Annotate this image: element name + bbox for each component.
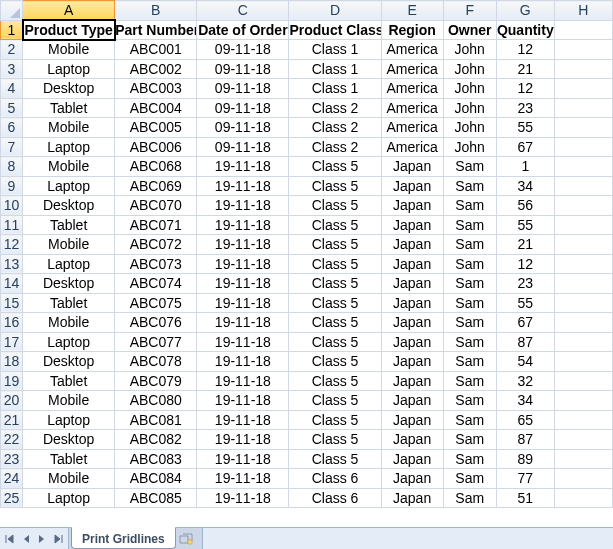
row-header-5[interactable]: 5 [1,98,23,118]
cell-B2[interactable]: ABC001 [115,40,197,60]
cell-D25[interactable]: Class 6 [289,488,381,508]
cell-A2[interactable]: Mobile [23,40,115,60]
cell-E8[interactable]: Japan [381,157,443,177]
cell-G19[interactable]: 32 [496,371,554,391]
cell-B8[interactable]: ABC068 [115,157,197,177]
cell-F7[interactable]: John [443,137,496,157]
cell-B14[interactable]: ABC074 [115,274,197,294]
cell-E3[interactable]: America [381,59,443,79]
cell-B21[interactable]: ABC081 [115,410,197,430]
cell-C13[interactable]: 19-11-18 [197,254,289,274]
cell-F11[interactable]: Sam [443,215,496,235]
cell-C4[interactable]: 09-11-18 [197,79,289,99]
cell-C21[interactable]: 19-11-18 [197,410,289,430]
cell-H10[interactable] [554,196,612,216]
cell-F21[interactable]: Sam [443,410,496,430]
row-header-19[interactable]: 19 [1,371,23,391]
cell-E19[interactable]: Japan [381,371,443,391]
cell-E12[interactable]: Japan [381,235,443,255]
cell-B12[interactable]: ABC072 [115,235,197,255]
tab-nav-next[interactable] [35,532,49,546]
cell-B1[interactable]: Part Number [115,20,197,40]
cell-H14[interactable] [554,274,612,294]
cell-G11[interactable]: 55 [496,215,554,235]
cell-H16[interactable] [554,313,612,333]
cell-A10[interactable]: Desktop [23,196,115,216]
cell-D22[interactable]: Class 5 [289,430,381,450]
cell-E15[interactable]: Japan [381,293,443,313]
cell-C14[interactable]: 19-11-18 [197,274,289,294]
cell-E2[interactable]: America [381,40,443,60]
cell-F2[interactable]: John [443,40,496,60]
cell-H23[interactable] [554,449,612,469]
cell-E5[interactable]: America [381,98,443,118]
cell-A13[interactable]: Laptop [23,254,115,274]
cell-D8[interactable]: Class 5 [289,157,381,177]
cell-A22[interactable]: Desktop [23,430,115,450]
cell-D3[interactable]: Class 1 [289,59,381,79]
cell-D10[interactable]: Class 5 [289,196,381,216]
cell-A23[interactable]: Tablet [23,449,115,469]
cell-F1[interactable]: Owner [443,20,496,40]
cell-F3[interactable]: John [443,59,496,79]
cell-D1[interactable]: Product Class [289,20,381,40]
cell-G9[interactable]: 34 [496,176,554,196]
cell-E7[interactable]: America [381,137,443,157]
cell-H4[interactable] [554,79,612,99]
cell-F8[interactable]: Sam [443,157,496,177]
cell-C11[interactable]: 19-11-18 [197,215,289,235]
cell-D7[interactable]: Class 2 [289,137,381,157]
row-header-10[interactable]: 10 [1,196,23,216]
cell-D14[interactable]: Class 5 [289,274,381,294]
cell-A12[interactable]: Mobile [23,235,115,255]
column-header-C[interactable]: C [197,1,289,21]
column-header-F[interactable]: F [443,1,496,21]
cell-F18[interactable]: Sam [443,352,496,372]
cell-A1[interactable]: Product Type [23,20,115,40]
cell-B25[interactable]: ABC085 [115,488,197,508]
cell-F13[interactable]: Sam [443,254,496,274]
cell-F25[interactable]: Sam [443,488,496,508]
cell-D9[interactable]: Class 5 [289,176,381,196]
cell-G24[interactable]: 77 [496,469,554,489]
cell-A8[interactable]: Mobile [23,157,115,177]
cell-D16[interactable]: Class 5 [289,313,381,333]
row-header-18[interactable]: 18 [1,352,23,372]
cell-H11[interactable] [554,215,612,235]
cell-G16[interactable]: 67 [496,313,554,333]
cell-E21[interactable]: Japan [381,410,443,430]
row-header-6[interactable]: 6 [1,118,23,138]
cell-B7[interactable]: ABC006 [115,137,197,157]
tab-nav-first[interactable] [3,532,17,546]
cell-D5[interactable]: Class 2 [289,98,381,118]
cell-E23[interactable]: Japan [381,449,443,469]
cell-F5[interactable]: John [443,98,496,118]
cell-D18[interactable]: Class 5 [289,352,381,372]
cell-B19[interactable]: ABC079 [115,371,197,391]
cell-G10[interactable]: 56 [496,196,554,216]
cell-E4[interactable]: America [381,79,443,99]
cell-B24[interactable]: ABC084 [115,469,197,489]
cell-A16[interactable]: Mobile [23,313,115,333]
cell-C10[interactable]: 19-11-18 [197,196,289,216]
row-header-15[interactable]: 15 [1,293,23,313]
cell-E20[interactable]: Japan [381,391,443,411]
row-header-3[interactable]: 3 [1,59,23,79]
cell-F6[interactable]: John [443,118,496,138]
cell-A17[interactable]: Laptop [23,332,115,352]
cell-F17[interactable]: Sam [443,332,496,352]
cell-A9[interactable]: Laptop [23,176,115,196]
row-header-25[interactable]: 25 [1,488,23,508]
cell-A24[interactable]: Mobile [23,469,115,489]
cell-D13[interactable]: Class 5 [289,254,381,274]
row-header-22[interactable]: 22 [1,430,23,450]
cell-E10[interactable]: Japan [381,196,443,216]
cell-C3[interactable]: 09-11-18 [197,59,289,79]
sheet-tab-active[interactable]: Print Gridlines [71,527,176,549]
column-header-H[interactable]: H [554,1,612,21]
cell-C20[interactable]: 19-11-18 [197,391,289,411]
cell-A15[interactable]: Tablet [23,293,115,313]
column-header-G[interactable]: G [496,1,554,21]
cell-G13[interactable]: 12 [496,254,554,274]
cell-E17[interactable]: Japan [381,332,443,352]
